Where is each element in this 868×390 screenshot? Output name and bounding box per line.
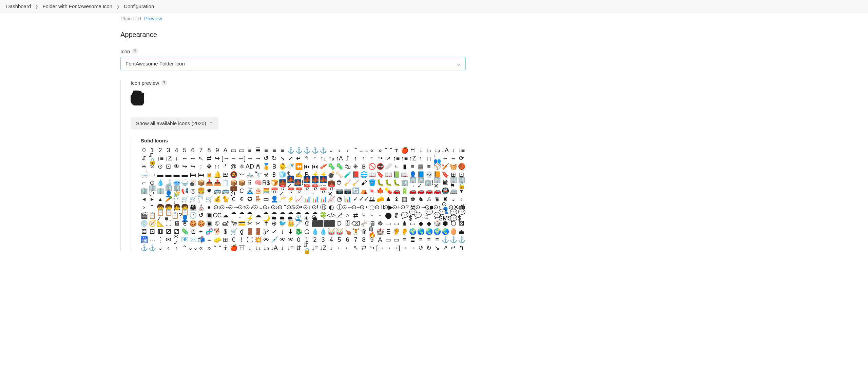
icon-building-circle-check[interactable]: 🐛	[385, 179, 391, 186]
tab-plain-text[interactable]: Plain text	[120, 16, 141, 21]
icon-cart-shopping[interactable]: 🛒↓	[173, 196, 180, 202]
icon-cubes-stacked[interactable]: 🩼	[295, 220, 302, 227]
icon-dice[interactable]: ⋔	[401, 220, 408, 227]
icon-circle[interactable]: 👧	[173, 204, 180, 210]
icon-idx-489[interactable]: ⌃⌃	[214, 245, 220, 251]
icon-baby-carriage[interactable]: ₳	[255, 163, 261, 170]
icon-arrows-split-up-and-left[interactable]: ↔	[442, 155, 448, 161]
icon-building[interactable]: 🪣	[369, 179, 375, 186]
icon-earth-americas[interactable]: E	[385, 228, 391, 235]
icon-copy[interactable]: 🖥	[173, 220, 180, 227]
icon-crop-simple[interactable]: 🛋	[222, 220, 229, 227]
icon-idx-485[interactable]: ⌃	[181, 245, 188, 251]
icon-idx-476[interactable]: ≡	[434, 236, 440, 243]
icon-book-open[interactable]: 📖	[369, 171, 375, 178]
icon-idx-487[interactable]: «	[198, 245, 204, 251]
icon-euro-sign[interactable]: 📬	[198, 236, 204, 243]
icon-select[interactable]: FontAwesome Folder Icon ⌄	[120, 57, 466, 70]
icon-eye-low-vision[interactable]: ⛶	[247, 236, 253, 243]
icon-c[interactable]: ✸	[206, 188, 212, 194]
icon-battery-three-quarters[interactable]: ▭	[149, 171, 155, 178]
icon-calendar-check[interactable]: 🚠	[247, 188, 253, 194]
icon-circle-stop[interactable]: ⊙+	[393, 204, 400, 210]
icon-display[interactable]: ⚅	[157, 228, 163, 235]
icon-angle-up[interactable]: ›	[344, 147, 351, 153]
icon-braille[interactable]: 📤	[214, 179, 220, 186]
icon-chart-bar[interactable]: 👤	[271, 196, 277, 202]
icon-chart-column[interactable]: 🥂	[279, 196, 286, 202]
icon-arrow-down-z-a[interactable]: ↓≡	[157, 155, 163, 161]
icon-circle-plus[interactable]: ⊙⋆	[361, 204, 367, 210]
icon-dice-five[interactable]: ◆	[426, 220, 432, 227]
icon-clone[interactable]: 📋?	[173, 212, 180, 218]
icon-chess-rook[interactable]: ♚	[409, 196, 416, 202]
icon-align-center[interactable]: ≡	[247, 147, 253, 153]
icon-circle-pause[interactable]: ⊙←	[344, 204, 351, 210]
icon-bolt[interactable]: 🧊	[279, 171, 286, 178]
icon-envelope[interactable]: ⏏	[458, 228, 465, 235]
icon-diagram-predecessor[interactable]: 🫏	[361, 220, 367, 227]
icon-idx-474[interactable]: ≡	[418, 236, 424, 243]
icon-arrow-rotate-right[interactable]: →	[247, 155, 253, 161]
icon-ethernet[interactable]: 📨	[190, 236, 196, 243]
icon-idx-481[interactable]: ⚓	[149, 245, 155, 251]
icon-align-justify[interactable]: ≣	[255, 147, 261, 153]
icon-bell[interactable]: ▬	[181, 171, 188, 178]
icon-camera-rotate[interactable]: 📅	[320, 188, 326, 194]
icon-arrow-turn-up[interactable]: ↘	[279, 155, 286, 161]
icon-cloud[interactable]: 🕐	[190, 212, 196, 218]
icon-idx-511[interactable]: →]	[393, 245, 400, 251]
icon-battery-half[interactable]: 🏀	[458, 163, 465, 170]
icon-arrow-up-from-bracket[interactable]: ↑₁	[320, 155, 326, 161]
icon-compass-drafting[interactable]: 💬💬	[450, 212, 457, 218]
icon-cart-plus[interactable]: 🥕	[165, 196, 172, 202]
icon-asterisk[interactable]: ↪	[190, 163, 196, 170]
icon-bars-staggered[interactable]: ৳	[393, 163, 400, 170]
icon-envelope-open-text[interactable]: ⋮	[157, 236, 163, 243]
icon-colon-sign[interactable]: ⑂	[361, 212, 367, 218]
icon-eye-slash[interactable]: 💥	[255, 236, 261, 243]
icon-bomb[interactable]: ✍	[295, 171, 302, 178]
icon-cent-sign[interactable]: 🛒	[206, 196, 212, 202]
tab-preview[interactable]: Preview	[144, 16, 162, 21]
icon-arrow-up-1-9[interactable]: ↵	[295, 155, 302, 161]
icon-idx-462[interactable]: 3	[320, 236, 326, 243]
icon-cable-car[interactable]: 🚌	[214, 188, 220, 194]
icon-drumstick-bite[interactable]: 💧	[312, 228, 318, 235]
icon-box-open[interactable]: 🍚	[181, 179, 188, 186]
icon-arrows-up-down[interactable]: ⊡	[165, 163, 172, 170]
icon-car-tunnel[interactable]: 🚗	[409, 188, 416, 194]
icon-A[interactable]: A	[222, 147, 229, 153]
icon-book-skull[interactable]: 📗	[393, 171, 400, 178]
icon-building-user[interactable]: 🏢🔒	[458, 179, 465, 186]
icon-camera[interactable]: 📅−	[304, 188, 310, 194]
icon-car-on[interactable]: 💊	[385, 188, 391, 194]
icon-book-tanakh[interactable]: 📖	[401, 171, 408, 178]
icon-eye[interactable]: €	[230, 236, 237, 243]
icon-cake-candles[interactable]: 🚌	[222, 188, 229, 194]
icon-credit-card[interactable]: ▣	[206, 220, 212, 227]
icon-idx-459[interactable]: 0	[295, 236, 302, 243]
icon-e[interactable]: 🏋	[352, 228, 359, 235]
icon-child-combatant[interactable]: ‹	[458, 196, 465, 202]
icon-arrow-up-a-z[interactable]: ↑	[312, 155, 318, 161]
icon-campground[interactable]: 📅✕	[328, 188, 334, 194]
icon-bug-slash[interactable]: 🧹	[352, 179, 359, 186]
icon-code-compare[interactable]: 🍀	[320, 212, 326, 218]
icon-clover[interactable]: ☁🌧	[287, 212, 294, 218]
icon-atom[interactable]: ✥	[206, 163, 212, 170]
icon-cash-register[interactable]: 🛒	[181, 196, 188, 202]
icon-d[interactable]: ₢	[304, 220, 310, 227]
icon-comment[interactable]: ⑂	[369, 212, 375, 218]
icon-arrows-left-right[interactable]: ↑Z	[409, 155, 416, 161]
icon-down-long[interactable]: 🚪	[247, 228, 253, 235]
icon-dove[interactable]: 🛒	[230, 228, 237, 235]
icon-divide[interactable]: ⚂	[165, 228, 172, 235]
icon-idx-477[interactable]: ⚓	[442, 236, 448, 243]
icon-certificate[interactable]: 💰	[214, 196, 220, 202]
icon-building-un[interactable]: 🏢⚑	[450, 179, 457, 186]
icon-clock-rotate-left[interactable]: 📋≡	[165, 212, 172, 218]
icon-bullhorn[interactable]: 🏢🛡	[149, 188, 155, 194]
icon-cookie-bite[interactable]: ⛶	[165, 220, 172, 227]
icon-dollar-sign[interactable]: 🖥	[190, 228, 196, 235]
